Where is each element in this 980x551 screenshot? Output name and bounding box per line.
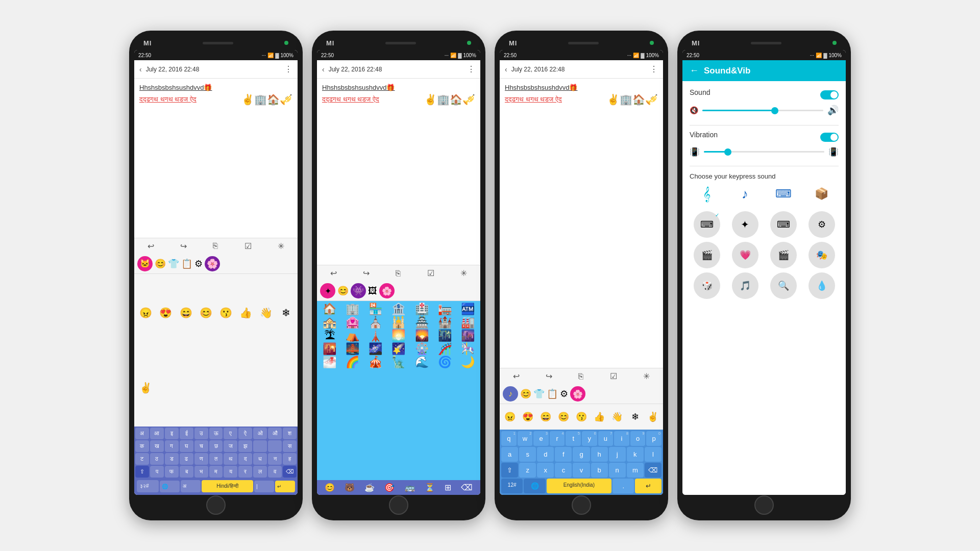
emoji-cell[interactable]: 😍 bbox=[156, 276, 175, 350]
key-hindi[interactable]: औ bbox=[268, 428, 282, 439]
key-globe[interactable]: 🌐 bbox=[160, 481, 180, 492]
emoji-cat-food[interactable]: ☕ bbox=[364, 483, 375, 492]
key-pipe[interactable]: | bbox=[254, 481, 274, 492]
keypress-option-clapper[interactable]: 🎬 bbox=[694, 242, 720, 268]
toolbar-clipboard-1[interactable]: ⎘ bbox=[213, 241, 218, 251]
toolbar-redo-3[interactable]: ↪ bbox=[546, 371, 552, 381]
toolbar-redo-2[interactable]: ↪ bbox=[363, 268, 370, 278]
emoji-building[interactable]: 🌈 bbox=[341, 356, 363, 369]
emoji-tab-gear-3[interactable]: ⚙ bbox=[560, 388, 568, 399]
emoji-building[interactable]: ⛪ bbox=[364, 316, 386, 329]
key-hindi[interactable]: फ bbox=[165, 466, 179, 478]
key-a[interactable]: a bbox=[501, 447, 518, 462]
key-hindi[interactable]: ओ bbox=[253, 428, 267, 439]
emoji-cat-object[interactable]: 🎯 bbox=[384, 483, 395, 492]
key-y[interactable]: 6y bbox=[582, 431, 597, 446]
emoji-cell[interactable]: 😊 bbox=[197, 276, 215, 350]
key-hindi[interactable]: ण bbox=[194, 453, 208, 465]
emoji-face[interactable]: 😄 bbox=[537, 406, 554, 428]
toolbar-settings-2[interactable]: ✳ bbox=[460, 268, 467, 278]
sound-toggle[interactable] bbox=[820, 90, 839, 99]
emoji-face[interactable]: 👋 bbox=[608, 406, 626, 428]
emoji-building[interactable]: 🌠 bbox=[387, 342, 409, 356]
home-button-1[interactable] bbox=[206, 495, 226, 515]
vibration-slider-thumb[interactable] bbox=[724, 148, 731, 156]
emoji-building[interactable]: 🏠 bbox=[318, 303, 340, 316]
key-hindi[interactable]: च bbox=[194, 440, 208, 452]
key-hindi[interactable]: थ bbox=[224, 453, 237, 465]
key-hindi[interactable]: ऊ bbox=[209, 428, 223, 439]
emoji-building[interactable]: 🏩 bbox=[341, 316, 363, 329]
key-num-3[interactable]: 12# bbox=[501, 479, 523, 493]
key-hindi[interactable]: य bbox=[224, 466, 237, 478]
emoji-face[interactable]: ❄ bbox=[626, 406, 644, 428]
key-r[interactable]: 4r bbox=[550, 431, 565, 446]
emoji-cat-transport[interactable]: 🚌 bbox=[405, 483, 415, 492]
keypress-option-search[interactable]: 🔍 bbox=[770, 272, 797, 299]
emoji-building[interactable]: 🌇 bbox=[318, 342, 340, 356]
key-lang[interactable]: अ bbox=[181, 480, 201, 492]
key-hindi[interactable]: झ bbox=[238, 440, 252, 452]
emoji-cat-grid[interactable]: ⊞ bbox=[445, 483, 451, 492]
keypress-option-box[interactable]: 📦 bbox=[808, 181, 835, 207]
keypress-option-keyboard2[interactable]: ⌨ bbox=[770, 211, 797, 238]
back-button-3[interactable]: ‹ bbox=[505, 65, 507, 73]
emoji-tab-face-3[interactable]: 😊 bbox=[520, 388, 531, 399]
emoji-building[interactable]: 🏪 bbox=[364, 303, 386, 316]
key-shift[interactable]: ⇧ bbox=[135, 466, 149, 478]
key-hindi[interactable]: ऐ bbox=[238, 428, 252, 439]
key-hindi[interactable]: ध bbox=[253, 453, 267, 465]
emoji-building[interactable]: 🏥 bbox=[411, 303, 433, 316]
emoji-building[interactable]: 🏯 bbox=[411, 316, 433, 329]
key-j[interactable]: j bbox=[609, 447, 626, 462]
toolbar-undo-1[interactable]: ↩ bbox=[148, 241, 154, 251]
toolbar-clipboard-2[interactable]: ⎘ bbox=[396, 269, 401, 278]
emoji-building[interactable]: 🗽 bbox=[387, 356, 409, 369]
key-hindi[interactable]: ड bbox=[165, 453, 179, 465]
menu-dots-1[interactable]: ⋮ bbox=[284, 64, 292, 74]
key-u[interactable]: 7u bbox=[598, 431, 614, 446]
emoji-building[interactable]: ⛺ bbox=[341, 329, 363, 342]
emoji-cell[interactable]: ✌ bbox=[136, 350, 155, 424]
emoji-building[interactable]: 🏦 bbox=[387, 303, 409, 316]
key-hindi[interactable]: ठ bbox=[150, 453, 164, 465]
menu-dots-3[interactable]: ⋮ bbox=[650, 64, 658, 74]
key-space-3[interactable]: English(India) bbox=[547, 479, 611, 493]
keypress-option-drop[interactable]: 💧 bbox=[808, 272, 835, 299]
toolbar-undo-3[interactable]: ↩ bbox=[513, 371, 520, 381]
key-hindi[interactable]: ए bbox=[224, 428, 237, 439]
emoji-tab-gear-1[interactable]: ⚙ bbox=[194, 258, 203, 269]
emoji-building[interactable]: 🗼 bbox=[364, 329, 386, 342]
toolbar-check-1[interactable]: ☑ bbox=[244, 241, 252, 251]
emoji-cell[interactable]: ❄ bbox=[277, 276, 296, 350]
key-hindi[interactable]: त bbox=[209, 453, 223, 465]
emoji-tab-purple-1[interactable]: 🌸 bbox=[205, 256, 220, 271]
emoji-building[interactable]: 🎢 bbox=[434, 342, 456, 356]
emoji-cell[interactable]: 👋 bbox=[257, 276, 276, 350]
emoji-tab-star-2[interactable]: ✦ bbox=[320, 283, 335, 298]
emoji-cat-face[interactable]: 😊 bbox=[325, 483, 335, 492]
sound-slider-track[interactable] bbox=[702, 110, 823, 111]
key-d[interactable]: d bbox=[537, 447, 554, 462]
key-hindi[interactable]: स bbox=[283, 440, 297, 452]
key-hindi[interactable]: छ bbox=[209, 440, 223, 452]
key-i[interactable]: 8i bbox=[614, 431, 629, 446]
back-button-2[interactable]: ‹ bbox=[322, 65, 325, 73]
emoji-building[interactable]: 🌃 bbox=[434, 329, 456, 342]
toolbar-undo-2[interactable]: ↩ bbox=[330, 268, 337, 278]
keypress-option-sparkle[interactable]: ✦ bbox=[732, 211, 758, 238]
key-hindi[interactable]: म bbox=[209, 466, 223, 478]
emoji-tab-active-1[interactable]: 🐱 bbox=[137, 256, 153, 271]
home-button-4[interactable] bbox=[754, 495, 774, 515]
emoji-building[interactable]: 🏤 bbox=[318, 316, 340, 329]
emoji-building[interactable]: 🌉 bbox=[341, 342, 363, 356]
emoji-building[interactable]: 🌌 bbox=[364, 342, 386, 356]
back-button-1[interactable]: ‹ bbox=[139, 65, 142, 73]
emoji-face[interactable]: 😗 bbox=[573, 406, 590, 428]
emoji-tab-purple-2[interactable]: 👾 bbox=[351, 283, 366, 298]
emoji-building[interactable]: 🌀 bbox=[434, 356, 456, 369]
key-b[interactable]: b bbox=[591, 463, 608, 478]
key-c[interactable]: c bbox=[555, 463, 572, 478]
toolbar-check-3[interactable]: ☑ bbox=[610, 371, 617, 381]
emoji-building[interactable]: 🏰 bbox=[434, 316, 456, 329]
